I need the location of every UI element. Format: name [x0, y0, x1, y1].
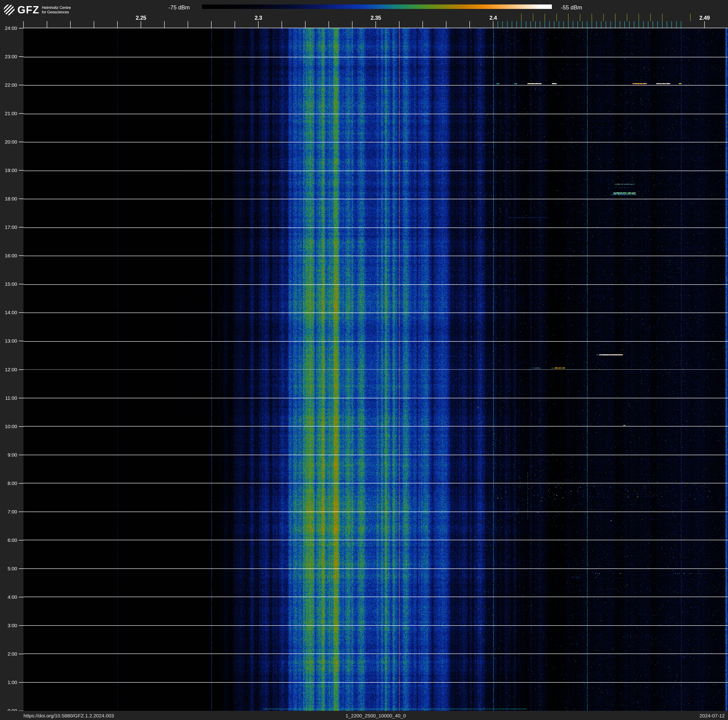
hour-label: 21:00	[0, 111, 17, 116]
freq-minor-tick	[446, 21, 447, 28]
wifi-channel-tick	[690, 14, 691, 21]
ble-channel-tick	[526, 21, 526, 28]
freq-minor-tick	[211, 21, 212, 28]
ble-channel-tick	[657, 21, 658, 28]
ble-channel-tick	[662, 21, 662, 28]
ble-channel-tick	[582, 21, 583, 28]
freq-minor-tick	[352, 21, 352, 28]
freq-label: 2.49	[699, 15, 710, 21]
ble-channel-tick	[531, 21, 531, 28]
freq-minor-tick	[305, 21, 306, 28]
hour-label: 7:00	[0, 509, 17, 515]
hour-tick	[19, 284, 23, 284]
hour-tick	[19, 170, 23, 171]
hour-tick	[19, 682, 23, 683]
ble-channel-tick	[629, 21, 630, 28]
freq-minor-tick	[281, 21, 282, 28]
hour-label: 15:00	[0, 281, 17, 287]
wifi-channel-tick	[639, 14, 639, 21]
freq-label: 2.4	[489, 15, 497, 21]
wifi-channel-tick	[544, 14, 545, 21]
hour-tick	[19, 341, 23, 341]
freq-minor-tick	[47, 21, 47, 28]
hour-label: 17:00	[0, 224, 17, 230]
ble-channel-tick	[502, 21, 503, 28]
freq-minor-tick	[141, 21, 141, 28]
ble-channel-tick	[554, 21, 554, 28]
ble-channel-tick	[549, 21, 550, 28]
hour-label: 23:00	[0, 54, 17, 60]
ble-channel-tick	[671, 21, 672, 28]
date-label: 2024-07-12	[700, 713, 725, 718]
ble-channel-tick	[507, 21, 508, 28]
hour-tick	[19, 369, 23, 370]
hour-tick	[19, 57, 23, 57]
hour-label: 20:00	[0, 139, 17, 145]
freq-minor-tick	[94, 21, 94, 28]
ble-channel-tick	[601, 21, 601, 28]
hour-label: 19:00	[0, 167, 17, 173]
gfz-logo-icon	[4, 5, 15, 15]
ble-channel-tick	[620, 21, 620, 28]
ble-channel-tick	[667, 21, 667, 28]
ble-channel-tick	[606, 21, 606, 28]
hour-tick	[19, 625, 23, 626]
ble-channel-tick	[540, 21, 540, 28]
hour-label: 4:00	[0, 594, 17, 600]
hour-label: 11:00	[0, 395, 17, 401]
ble-channel-tick	[615, 21, 615, 28]
hour-label: 14:00	[0, 310, 17, 316]
freq-minor-tick	[23, 21, 24, 28]
org-line2: for Geosciences	[42, 10, 71, 14]
colorbar-max-label: -55 dBm	[561, 4, 582, 11]
gfz-logo: GFZ Helmholtz Centre for Geosciences	[4, 3, 71, 17]
freq-minor-tick	[117, 21, 118, 28]
logo-text: GFZ	[17, 4, 40, 16]
hour-tick	[19, 597, 23, 597]
freq-minor-tick	[258, 21, 258, 28]
hour-tick	[19, 512, 23, 512]
org-line1: Helmholtz Centre	[42, 5, 71, 10]
freq-label: 2.3	[255, 15, 262, 21]
ble-channel-tick	[596, 21, 597, 28]
wifi-channel-tick	[580, 14, 580, 21]
freq-minor-tick	[399, 21, 399, 28]
hour-tick	[19, 113, 23, 114]
freq-minor-tick	[329, 21, 329, 28]
hour-label: 1:00	[0, 680, 17, 685]
hour-label: 9:00	[0, 452, 17, 458]
hour-label: 16:00	[0, 253, 17, 259]
wifi-channel-tick	[568, 14, 569, 21]
hour-tick	[19, 568, 23, 569]
hour-tick	[19, 426, 23, 427]
wifi-channel-tick	[533, 14, 533, 21]
freq-minor-tick	[188, 21, 188, 28]
ble-channel-tick	[498, 21, 498, 28]
spectrogram-canvas	[23, 28, 728, 711]
hour-tick	[19, 85, 23, 85]
ble-channel-tick	[578, 21, 578, 28]
ble-channel-tick	[634, 21, 634, 28]
hour-label: 18:00	[0, 196, 17, 202]
footer: https://doi.org/10.5880/GFZ.1.2.2024.003…	[0, 711, 728, 720]
ble-channel-tick	[648, 21, 648, 28]
freq-minor-tick	[376, 21, 376, 28]
hour-tick	[19, 540, 23, 541]
hour-label: 3:00	[0, 623, 17, 628]
ble-channel-tick	[653, 21, 653, 28]
ble-channel-tick	[512, 21, 512, 28]
wifi-channel-tick	[615, 14, 615, 21]
ble-channel-tick	[587, 21, 587, 28]
wifi-channel-tick	[521, 14, 522, 21]
hour-tick	[19, 654, 23, 654]
ble-channel-tick	[610, 21, 611, 28]
ble-channel-tick	[544, 21, 545, 28]
hour-label: 12:00	[0, 367, 17, 372]
hour-tick	[19, 28, 23, 28]
hour-label: 2:00	[0, 651, 17, 657]
freq-minor-tick	[704, 21, 705, 28]
wifi-channel-tick	[662, 14, 662, 21]
wifi-channel-tick	[556, 14, 557, 21]
hour-tick	[19, 483, 23, 484]
hour-label: 6:00	[0, 538, 17, 543]
